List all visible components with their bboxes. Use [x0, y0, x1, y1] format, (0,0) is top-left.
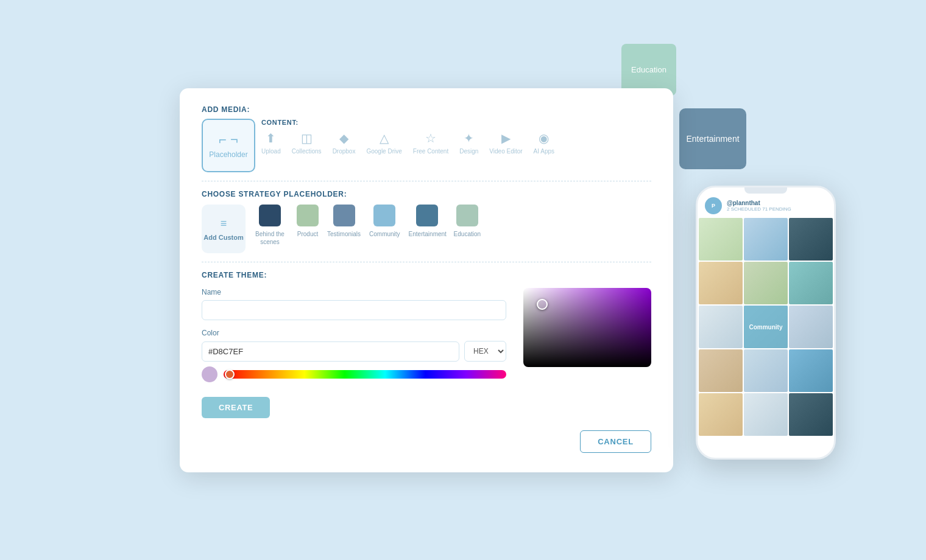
rainbow-slider[interactable] — [224, 370, 506, 379]
dropbox-item[interactable]: ◆ Dropbox — [333, 131, 356, 155]
bottom-row: CANCEL — [202, 430, 651, 453]
design-item[interactable]: ✦ Design — [459, 131, 478, 155]
color-group: Color HEX RGB HSL — [202, 329, 506, 382]
grid-cell-1 — [699, 218, 743, 261]
grid-cell-9 — [789, 306, 833, 348]
name-group: Name — [202, 288, 506, 320]
divider-2 — [202, 262, 651, 262]
grid-cell-5 — [744, 262, 788, 304]
free-content-icon: ☆ — [425, 131, 436, 145]
entertainment-badge: Entertainment — [679, 108, 746, 169]
ai-apps-icon: ◉ — [539, 131, 549, 145]
theme-product[interactable]: Product — [297, 205, 319, 238]
main-modal: ADD MEDIA: ⌐ ¬ Placeholder CONTENT: ⬆ Up… — [180, 88, 673, 472]
theme-testimonials[interactable]: Testimonials — [327, 205, 361, 238]
behind-scenes-swatch — [259, 205, 281, 226]
collections-item[interactable]: ◫ Collections — [292, 131, 322, 155]
phone-stats: 2 SCHEDULED 71 PENDING — [727, 206, 827, 212]
dropbox-icon: ◆ — [339, 131, 348, 145]
grid-cell-6 — [789, 262, 833, 304]
collections-icon: ◫ — [301, 131, 313, 145]
theme-education[interactable]: Education — [454, 205, 481, 238]
name-label: Name — [202, 288, 506, 296]
free-content-item[interactable]: ☆ Free Content — [413, 131, 448, 155]
theme-behind-scenes[interactable]: Behind the scenes — [252, 205, 288, 246]
product-swatch — [297, 205, 319, 226]
phone-avatar: P — [705, 197, 722, 214]
create-theme-label: CREATE THEME: — [202, 271, 651, 279]
color-hex-input[interactable] — [202, 341, 459, 362]
google-drive-icon: △ — [380, 131, 389, 145]
grid-cell-12 — [789, 349, 833, 392]
upload-icon: ⬆ — [266, 131, 276, 145]
strategy-row: ≡ Add Custom Behind the scenes Product T… — [202, 205, 651, 253]
grid-cell-15 — [789, 393, 833, 436]
color-row: HEX RGB HSL — [202, 341, 506, 362]
photo-grid: Community — [698, 217, 834, 437]
lines-icon: ≡ — [221, 217, 227, 230]
add-custom-button[interactable]: ≡ Add Custom — [202, 205, 246, 253]
media-icons-row: ⬆ Upload ◫ Collections ◆ Dropbox △ Googl… — [261, 131, 651, 155]
create-theme-section: CREATE THEME: Name Color HEX RGB HSL — [202, 271, 651, 418]
community-overlay: Community — [744, 306, 788, 348]
slider-thumb — [225, 369, 235, 379]
entertainment-swatch — [416, 205, 438, 226]
video-editor-icon: ▶ — [501, 131, 511, 145]
content-row: CONTENT: ⬆ Upload ◫ Collections ◆ Dropbo… — [261, 119, 651, 155]
grid-cell-2 — [744, 218, 788, 261]
bracket-icon: ⌐ ¬ — [219, 132, 238, 148]
divider-1 — [202, 181, 651, 181]
content-label: CONTENT: — [261, 119, 651, 126]
google-drive-item[interactable]: △ Google Drive — [366, 131, 401, 155]
grid-cell-11 — [744, 349, 788, 392]
add-media-label: ADD MEDIA: — [202, 105, 651, 114]
testimonials-swatch — [333, 205, 355, 226]
grid-cell-3 — [789, 218, 833, 261]
color-label: Color — [202, 329, 506, 337]
phone-header: P @plannthat 2 SCHEDULED 71 PENDING — [698, 194, 834, 217]
phone-mockup: P @plannthat 2 SCHEDULED 71 PENDING Comm… — [696, 186, 836, 460]
strategy-section: CHOOSE STRATEGY PLACEHOLDER: ≡ Add Custo… — [202, 190, 651, 253]
grid-cell-10 — [699, 349, 743, 392]
hex-select[interactable]: HEX RGB HSL — [464, 341, 506, 362]
color-circle — [202, 366, 217, 382]
strategy-themes: Behind the scenes Product Testimonials C… — [252, 205, 481, 246]
name-input[interactable] — [202, 300, 506, 320]
phone-username: @plannthat — [727, 200, 827, 206]
phone-notch — [744, 187, 787, 194]
video-editor-item[interactable]: ▶ Video Editor — [489, 131, 522, 155]
form-side: Name Color HEX RGB HSL — [202, 288, 506, 418]
theme-community[interactable]: Community — [369, 205, 400, 238]
ai-apps-item[interactable]: ◉ AI Apps — [534, 131, 554, 155]
cancel-button[interactable]: CANCEL — [580, 430, 651, 453]
grid-cell-14 — [744, 393, 788, 436]
grid-cell-4 — [699, 262, 743, 304]
color-preview-row — [202, 366, 506, 382]
strategy-label: CHOOSE STRATEGY PLACEHOLDER: — [202, 190, 651, 198]
color-picker[interactable] — [523, 288, 651, 367]
phone-profile-info: @plannthat 2 SCHEDULED 71 PENDING — [727, 200, 827, 212]
picker-circle — [537, 299, 548, 310]
community-swatch — [373, 205, 395, 226]
create-button[interactable]: CREATE — [202, 397, 270, 418]
design-icon: ✦ — [464, 131, 474, 145]
placeholder-box[interactable]: ⌐ ¬ Placeholder — [202, 119, 255, 172]
education-swatch — [456, 205, 478, 226]
grid-cell-13 — [699, 393, 743, 436]
create-theme-layout: Name Color HEX RGB HSL — [202, 288, 651, 418]
theme-entertainment[interactable]: Entertainment — [409, 205, 445, 238]
grid-cell-8: Community — [744, 306, 788, 348]
upload-item[interactable]: ⬆ Upload — [261, 131, 281, 155]
grid-cell-7 — [699, 306, 743, 348]
add-media-row: ⌐ ¬ Placeholder CONTENT: ⬆ Upload ◫ Coll… — [202, 119, 651, 172]
